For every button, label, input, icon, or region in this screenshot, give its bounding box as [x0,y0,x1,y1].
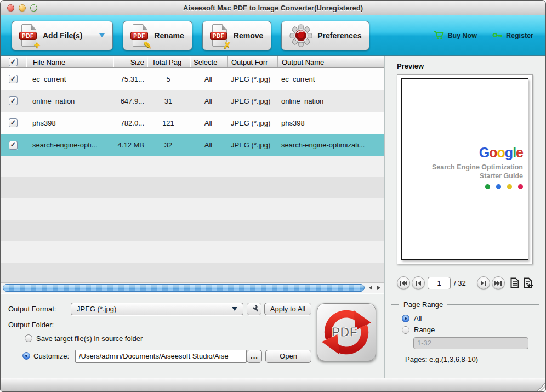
buy-now-link[interactable]: Buy Now [434,31,476,40]
row-checkbox[interactable] [9,96,18,105]
doc-dots [432,184,523,189]
scroll-left-button[interactable] [366,283,374,293]
output-folder-label: Output Folder: [8,321,54,329]
select-all-checkbox[interactable] [9,58,18,66]
header-total-pages: Total Pag [147,56,190,67]
rename-label: Rename [154,31,184,40]
table-row[interactable]: online_nation 647.9... 31 All JPEG (*.jp… [1,90,384,112]
apply-to-all-button[interactable]: Apply to All [264,303,311,315]
header-file-name: File Name [26,56,113,67]
output-settings-panel: Output Format: JPEG (*.jpg) Apply to All… [1,293,384,378]
add-files-label: Add File(s) [43,31,82,40]
rename-button[interactable]: PDF Rename [123,21,192,50]
table-row-selected[interactable]: search-engine-opti... 4.12 MB 32 All JPE… [1,134,384,156]
doc-title-line1: Search Engine Optimization [432,163,523,172]
table-row[interactable]: ec_current 75.31... 5 All JPEG (*.jpg) e… [1,68,384,90]
toolbar: PDF Add File(s) PDF Rename PDF Remove [1,15,545,56]
preview-page: Google Search Engine Optimization Starte… [401,78,528,260]
range-all-radio[interactable] [402,315,410,322]
wrench-icon [250,305,258,313]
customize-radio[interactable] [22,352,30,360]
pdf-add-icon: PDF [20,24,38,47]
output-format-label: Output Format: [8,305,56,313]
gear-icon [289,24,312,47]
page-list-icon[interactable] [509,276,520,289]
doc-title-line2: Starter Guide [432,172,523,180]
page-navigation: / 32 [397,276,534,290]
window-title: Aiseesoft Mac PDF to Image Converter(Unr… [1,1,545,15]
button-divider [92,25,92,47]
chevron-down-icon [232,307,237,311]
scroll-right-button[interactable] [374,283,383,293]
google-logo: Google [432,146,523,160]
save-source-radio[interactable] [25,334,32,342]
browse-button[interactable]: ... [247,350,262,363]
range-custom-label: Range [414,326,435,334]
table-header: File Name Size Total Pag Selecte Output … [1,56,384,68]
x-badge-icon [223,39,230,50]
cart-icon [434,31,444,40]
add-files-dropdown-arrow-icon[interactable] [99,33,105,37]
next-page-button[interactable] [477,276,490,289]
page-range-legend: Page Range [403,300,443,309]
header-output-format: Output Forr [227,56,277,67]
page-range-hint: Pages: e.g.(1,3,6,8-10) [405,355,478,363]
previous-page-button[interactable] [412,276,425,289]
preferences-label: Preferences [317,31,361,40]
first-page-button[interactable] [397,276,410,289]
table-row[interactable]: phs398 782.0... 121 All JPEG (*.jpg) phs… [1,112,384,134]
add-files-button[interactable]: PDF Add File(s) [12,21,113,50]
select-all-cell [1,56,26,67]
row-checkbox[interactable] [9,75,18,83]
header-output-name: Output Name [277,56,384,67]
row-checkbox[interactable] [9,118,18,127]
header-size: Size [113,56,147,67]
title-bar: Aiseesoft Mac PDF to Image Converter(Unr… [1,1,545,15]
pencil-badge-icon [144,39,151,50]
open-folder-button[interactable]: Open [265,350,311,363]
horizontal-scrollbar [1,282,384,293]
key-icon [492,32,503,39]
output-format-select[interactable]: JPEG (*.jpg) [71,303,243,315]
header-selected: Selecte [190,56,227,67]
register-link[interactable]: Register [492,32,533,39]
pdf-remove-icon: PDF [211,24,229,47]
app-window: Aiseesoft Mac PDF to Image Converter(Unr… [0,0,546,392]
range-all-label: All [414,314,422,322]
resize-grip[interactable] [536,382,545,391]
row-checkbox[interactable] [9,141,18,150]
pdf-convert-icon: PDF [321,307,372,357]
pdf-rename-icon: PDF [131,24,149,47]
scrollbar-thumb[interactable] [3,284,365,292]
status-bar [1,378,545,391]
empty-table-rows [1,156,384,282]
file-table: File Name Size Total Pag Selecte Output … [1,56,384,293]
preview-panel: Preview Google Search Engine Optimizatio… [384,56,545,378]
remove-button[interactable]: PDF Remove [202,21,271,50]
customize-label: Customize: [33,352,69,360]
page-range-input[interactable]: 1-32 [413,337,528,349]
current-page-input[interactable] [428,277,451,289]
format-settings-button[interactable] [247,303,261,315]
last-page-button[interactable] [492,276,505,289]
output-path-input[interactable]: /Users/admin/Documents/Aiseesoft Studio/… [75,350,247,363]
page-range-group: Page Range [391,300,539,309]
convert-button[interactable]: PDF [317,303,376,361]
remove-label: Remove [234,31,263,40]
range-custom-radio[interactable] [402,326,410,334]
save-source-label: Save target file(s) in source folder [36,334,143,343]
goto-page-icon[interactable] [523,276,534,289]
preview-frame: Google Search Engine Optimization Starte… [397,74,533,264]
page-total-label: / 32 [454,279,466,287]
preferences-button[interactable]: Preferences [281,21,369,50]
preview-label: Preview [397,62,424,70]
svg-text:PDF: PDF [331,325,357,339]
plus-badge-icon [34,39,40,50]
